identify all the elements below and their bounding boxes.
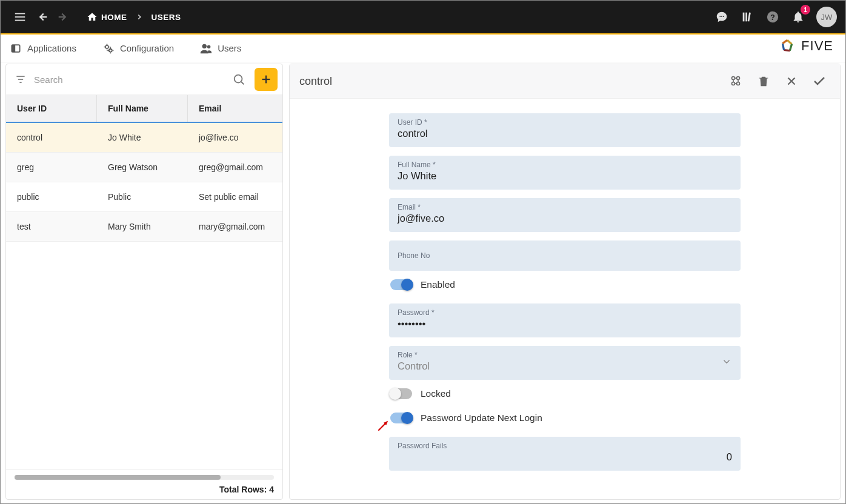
apps-icon bbox=[9, 42, 22, 55]
breadcrumb-current[interactable]: USERS bbox=[152, 13, 181, 22]
svg-rect-7 bbox=[748, 13, 751, 22]
table-row[interactable]: test Mary Smith mary@gmail.com bbox=[6, 212, 282, 242]
user-list-panel: User ID Full Name Email control Jo White… bbox=[5, 64, 283, 500]
svg-point-13 bbox=[109, 48, 112, 51]
table-header: User ID Full Name Email bbox=[6, 95, 282, 123]
svg-line-20 bbox=[241, 82, 244, 84]
chevron-down-icon bbox=[721, 356, 732, 370]
locked-label: Locked bbox=[421, 388, 451, 399]
svg-point-19 bbox=[235, 75, 242, 83]
svg-point-25 bbox=[732, 82, 735, 85]
add-button[interactable] bbox=[255, 68, 278, 91]
home-icon bbox=[87, 12, 98, 22]
role-field[interactable]: Role * Control bbox=[389, 346, 741, 380]
svg-point-14 bbox=[202, 44, 207, 48]
breadcrumb-home-label: HOME bbox=[101, 13, 127, 22]
forward-icon bbox=[53, 6, 75, 28]
table-row[interactable]: greg Greg Watson greg@gmail.com bbox=[6, 153, 282, 182]
search-icon[interactable] bbox=[229, 70, 248, 89]
svg-point-23 bbox=[732, 77, 735, 80]
svg-point-26 bbox=[737, 82, 740, 85]
notification-badge: 1 bbox=[801, 5, 810, 15]
enabled-label: Enabled bbox=[421, 279, 455, 290]
library-icon[interactable] bbox=[736, 6, 758, 28]
svg-rect-6 bbox=[745, 13, 747, 22]
svg-point-15 bbox=[207, 45, 211, 48]
email-field[interactable]: Email * jo@five.co bbox=[389, 198, 741, 232]
user-detail-panel: control User ID * bbox=[289, 64, 841, 500]
col-user-id[interactable]: User ID bbox=[6, 95, 97, 122]
topbar: HOME USERS ? 1 JW bbox=[1, 1, 845, 33]
full-name-field[interactable]: Full Name * Jo White bbox=[389, 156, 741, 190]
locked-toggle[interactable] bbox=[390, 388, 412, 399]
table-body: control Jo White jo@five.co greg Greg Wa… bbox=[6, 123, 282, 469]
notifications-icon[interactable]: 1 bbox=[787, 6, 809, 28]
svg-line-33 bbox=[378, 422, 387, 431]
close-icon[interactable] bbox=[781, 70, 802, 92]
search-input[interactable] bbox=[34, 75, 225, 85]
roles-icon[interactable] bbox=[725, 70, 747, 92]
users-icon bbox=[199, 42, 213, 55]
table-row[interactable]: public Public Set public email bbox=[6, 182, 282, 212]
col-full-name[interactable]: Full Name bbox=[97, 95, 188, 122]
arrow-annotation-icon bbox=[376, 417, 391, 433]
chevron-right-icon bbox=[132, 13, 147, 21]
avatar[interactable]: JW bbox=[816, 7, 837, 27]
horizontal-scrollbar[interactable] bbox=[15, 475, 274, 480]
menu-icon[interactable] bbox=[9, 6, 31, 28]
tab-applications-label: Applications bbox=[27, 43, 76, 53]
brand: FIVE bbox=[779, 38, 833, 54]
help-icon[interactable]: ? bbox=[762, 6, 784, 28]
password-fails-field: Password Fails 0 bbox=[389, 437, 741, 471]
nav-tabs: Applications Configuration Users FIVE bbox=[1, 35, 845, 62]
tab-applications[interactable]: Applications bbox=[9, 42, 76, 55]
total-rows: Total Rows: 4 bbox=[15, 485, 274, 494]
svg-rect-5 bbox=[743, 13, 745, 22]
breadcrumb: HOME USERS bbox=[87, 12, 181, 22]
svg-point-24 bbox=[737, 77, 740, 80]
user-id-field[interactable]: User ID * control bbox=[389, 113, 741, 147]
breadcrumb-home[interactable]: HOME bbox=[87, 12, 127, 22]
phone-field[interactable]: Phone No bbox=[389, 240, 741, 271]
tab-users-label: Users bbox=[218, 43, 241, 53]
password-update-toggle[interactable] bbox=[390, 413, 412, 423]
svg-rect-11 bbox=[12, 45, 15, 52]
filter-icon[interactable] bbox=[11, 70, 30, 89]
tab-users[interactable]: Users bbox=[199, 42, 241, 55]
enabled-toggle[interactable] bbox=[390, 279, 412, 290]
chat-icon[interactable] bbox=[711, 6, 733, 28]
password-field[interactable]: Password * •••••••• bbox=[389, 303, 741, 337]
svg-marker-34 bbox=[384, 422, 388, 426]
svg-text:?: ? bbox=[770, 13, 775, 22]
svg-point-12 bbox=[105, 45, 108, 48]
col-email[interactable]: Email bbox=[188, 95, 282, 122]
delete-icon[interactable] bbox=[753, 70, 774, 92]
tab-configuration[interactable]: Configuration bbox=[102, 42, 174, 55]
password-update-label: Password Update Next Login bbox=[421, 413, 542, 423]
brand-name: FIVE bbox=[801, 38, 833, 54]
detail-title: control bbox=[299, 75, 332, 88]
save-icon[interactable] bbox=[808, 70, 830, 92]
table-row[interactable]: control Jo White jo@five.co bbox=[6, 123, 282, 153]
tab-configuration-label: Configuration bbox=[120, 43, 174, 53]
brand-logo-icon bbox=[779, 38, 795, 54]
back-icon[interactable] bbox=[31, 6, 53, 28]
gear-icon bbox=[102, 42, 115, 55]
